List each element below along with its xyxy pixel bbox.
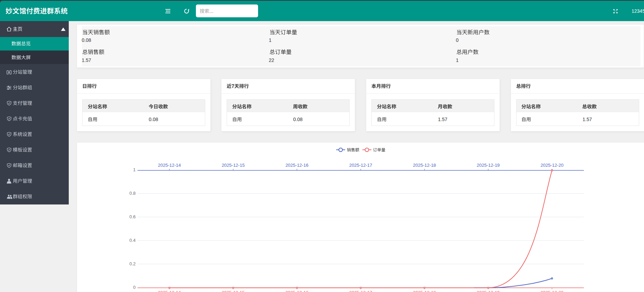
svg-text:2025-12-15: 2025-12-15 bbox=[222, 163, 245, 168]
svg-text:2025-12-16: 2025-12-16 bbox=[285, 290, 309, 292]
svg-text:0.6: 0.6 bbox=[129, 214, 135, 219]
svg-text:0.4: 0.4 bbox=[129, 238, 135, 243]
svg-text:2025-12-20: 2025-12-20 bbox=[540, 163, 564, 168]
svg-text:2025-12-17: 2025-12-17 bbox=[349, 163, 372, 168]
svg-text:0: 0 bbox=[133, 285, 135, 290]
svg-text:2025-12-18: 2025-12-18 bbox=[413, 163, 436, 168]
svg-text:0.2: 0.2 bbox=[129, 261, 135, 266]
svg-text:0.8: 0.8 bbox=[129, 191, 135, 196]
svg-text:2025-12-14: 2025-12-14 bbox=[158, 290, 181, 292]
svg-text:2025-12-17: 2025-12-17 bbox=[349, 290, 372, 292]
svg-text:2025-12-20: 2025-12-20 bbox=[540, 290, 564, 292]
svg-text:1: 1 bbox=[133, 167, 135, 172]
svg-text:2025-12-18: 2025-12-18 bbox=[413, 290, 436, 292]
svg-text:2025-12-15: 2025-12-15 bbox=[222, 290, 245, 292]
svg-text:2025-12-19: 2025-12-19 bbox=[477, 290, 500, 292]
svg-text:2025-12-14: 2025-12-14 bbox=[158, 163, 181, 168]
svg-text:2025-12-16: 2025-12-16 bbox=[285, 163, 309, 168]
svg-text:2025-12-19: 2025-12-19 bbox=[477, 163, 500, 168]
